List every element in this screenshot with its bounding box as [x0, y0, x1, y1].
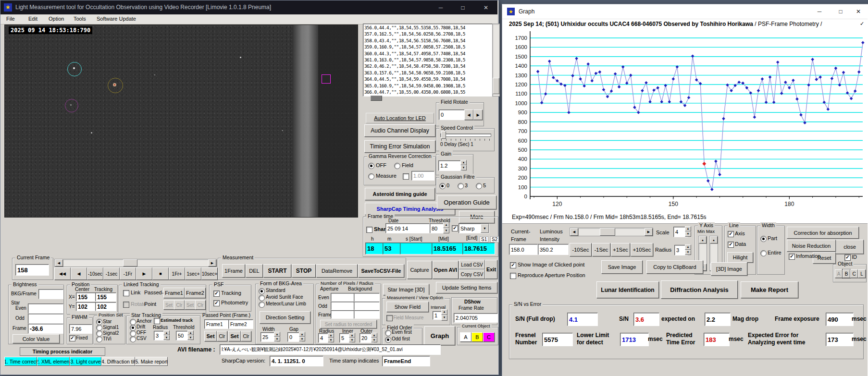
fwhm-value[interactable]: 7.96 [69, 324, 92, 334]
speed-slider-track[interactable] [440, 133, 491, 137]
show-image-checkbox[interactable] [510, 262, 516, 268]
psf-tracking-checkbox[interactable] [213, 291, 220, 297]
pixels-radius-spinner[interactable]: ▲▼ [328, 333, 334, 342]
gaussian-3-radio[interactable] [458, 183, 464, 189]
object-c-small-button[interactable]: C [850, 269, 858, 278]
video-scroll-thumb[interactable] [123, 259, 137, 267]
aperture-circle-cyan[interactable] [67, 62, 82, 76]
bkg-width-spinner[interactable]: ▲▼ [274, 332, 280, 341]
link-checkbox[interactable] [123, 290, 129, 296]
light-curve-plot[interactable]: 0100200300400500600700800900100011001200… [508, 29, 866, 212]
posset-tivi-radio[interactable] [96, 336, 102, 342]
bkg-gap-spinner[interactable]: ▲▼ [299, 332, 305, 341]
linked-set1-button[interactable]: Set [163, 300, 174, 310]
limovie-titlebar[interactable]: ★ Light Measurement tool for Occultation… [0, 0, 497, 14]
pixels-inner-spinner[interactable]: ▲▼ [349, 333, 355, 342]
x-center-field[interactable]: 155 [76, 292, 97, 302]
y-center-field[interactable]: 102 [76, 302, 97, 311]
data-list-hscrollbar[interactable] [363, 95, 492, 101]
tab-light-curve[interactable]: 3. Light curve [70, 357, 101, 366]
star-image-3d-button[interactable]: Star Image [3D] [383, 284, 429, 295]
transport-button-6[interactable]: ■ [152, 267, 169, 280]
field-rotate-left-button[interactable]: ◀ [464, 109, 473, 120]
time-h-field[interactable]: 18 [365, 243, 384, 255]
lunar-identification-button[interactable]: Lunar Identification [596, 281, 659, 298]
transport-button-8[interactable]: 1sec+ [185, 267, 201, 280]
start-button[interactable]: START [263, 264, 291, 278]
csv-line[interactable]: 360.0,44.3,"",18,54,57.4958,57.7408,18,5… [364, 50, 493, 57]
field-rotate-value[interactable]: 0 [439, 109, 466, 120]
passed-set2-button[interactable]: Set [228, 331, 241, 341]
graph-button[interactable]: Graph [424, 326, 455, 345]
data-list-vscroll-thumb[interactable] [493, 78, 499, 94]
csv-line[interactable]: 364.0,44.5,"",18,54,59.4558,59.7008,18,5… [364, 76, 493, 82]
timing-error-simulation-button[interactable]: Timing Error Simulation [364, 140, 435, 153]
line-data-checkbox[interactable] [728, 242, 734, 248]
linked-clr1-button[interactable]: Clr [174, 300, 185, 310]
odd-field[interactable] [28, 314, 63, 324]
exit-button[interactable]: Exit [485, 260, 497, 279]
speed-slider-thumb[interactable] [441, 131, 446, 139]
linked-frame2-button[interactable]: Frame2 [185, 288, 206, 298]
graph-scroll-left[interactable]: ◀ [570, 228, 578, 236]
graph-radius-spinner[interactable]: ▲▼ [685, 244, 691, 255]
capture-button[interactable]: Capture [407, 261, 432, 279]
graph-minimize-button[interactable]: ─ [810, 4, 829, 19]
gain-value[interactable]: 1.2 [438, 160, 462, 171]
show-field-button[interactable]: Show Field [386, 302, 429, 312]
noise-reduction-button[interactable]: Noise Reduction [787, 240, 836, 252]
transport-button-0[interactable]: ◀◀ [54, 267, 71, 280]
odd-first-radio[interactable] [385, 337, 391, 343]
pixels-frame-aperture[interactable] [331, 310, 355, 319]
image-3d-button[interactable]: [3D] Image [711, 262, 747, 276]
time-m-field[interactable]: 53 [383, 243, 401, 255]
gaussian-0-radio[interactable] [439, 183, 446, 189]
graph-scrollbar[interactable]: ◀ ▶ [570, 228, 653, 236]
y-tracking-field[interactable]: 102 [95, 302, 116, 311]
pixels-even-aperture[interactable] [331, 293, 355, 302]
y-min-up[interactable]: ▲ [699, 236, 707, 243]
transport-button-9[interactable]: 10sec+ [201, 267, 218, 280]
field-measure-checkbox[interactable] [386, 315, 393, 321]
s2-tag[interactable]: S2 [490, 236, 499, 243]
csv-line[interactable]: 362.0,46.2,"",18,54,58.4758,58.7208,18,5… [364, 63, 493, 69]
transport-button-1[interactable]: ◀ [71, 267, 87, 280]
passed-frame1-field[interactable]: Frame1 [204, 319, 229, 329]
scale-spinner[interactable]: ▲▼ [685, 226, 691, 237]
copy-clipboard-button[interactable]: Copy to ClipBoard [646, 260, 703, 274]
gamma-value-field[interactable]: 1.00 [411, 171, 434, 181]
object-b-button[interactable]: B [471, 332, 483, 342]
bkg-sunlit-radio[interactable] [259, 295, 265, 301]
x-tracking-field[interactable]: 155 [95, 292, 116, 302]
gamma-checkbox[interactable] [403, 173, 409, 180]
menu-edit[interactable]: Edit [28, 16, 37, 22]
tab-make-report[interactable]: 5. Make report [135, 357, 168, 366]
csv-line[interactable]: 357.0,162.5,"",18,54,56.0258,56.2708,18,… [364, 31, 493, 37]
set-radius-recorded-button[interactable]: Set radius to recorded [320, 320, 377, 328]
audio-channel-display-button[interactable]: Audio Channel Display [364, 124, 435, 137]
tab-diffraction[interactable]: 4. Diffraction tit [101, 357, 135, 366]
object-c-button[interactable]: C [483, 332, 495, 342]
measurement-data-list[interactable]: 356.0,44.4,"",18,54,55.5358,55.7808,18,5… [363, 24, 495, 97]
correction-absorption-button[interactable]: Correction for absorption [787, 227, 859, 239]
passed-set1-button[interactable]: Set [204, 331, 217, 341]
linked-frame1-button[interactable]: Frame1 [163, 288, 185, 298]
date-field[interactable]: 25 09 14 [385, 223, 430, 233]
asteroid-timing-guide-button[interactable]: Asteroid timing guide [365, 188, 435, 200]
minus-1sec-button[interactable]: -1Sec [592, 243, 610, 256]
video-position-scrollbar[interactable]: ◀ ▶ [54, 259, 217, 267]
menu-software-update[interactable]: Software Update [97, 16, 136, 22]
time-start-field[interactable] [400, 243, 434, 255]
tracking-threshold-spinner[interactable]: ▲▼ [187, 330, 194, 340]
plus-10sec-button[interactable]: +10Sec [631, 243, 653, 256]
tracking-csv-radio[interactable] [130, 336, 136, 342]
transport-button-4[interactable]: -1Fr [120, 267, 136, 280]
csv-line[interactable]: 356.0,44.4,"",18,54,55.5358,55.7808,18,5… [364, 24, 493, 31]
object-a-small-button[interactable]: A [835, 269, 843, 278]
csv-line[interactable]: 366.0,44.7,"",18,55,00.4358,00.6808,18,5… [364, 89, 493, 95]
reproduce-aperture-checkbox[interactable] [510, 273, 516, 279]
gamma-field-radio[interactable] [394, 163, 400, 169]
csv-line[interactable]: 365.0,160.9,"",18,54,59.9458,00.1908,18,… [364, 83, 493, 89]
bkg-standard-radio[interactable] [259, 288, 265, 294]
data-remove-button[interactable]: DataRemove [316, 264, 358, 278]
